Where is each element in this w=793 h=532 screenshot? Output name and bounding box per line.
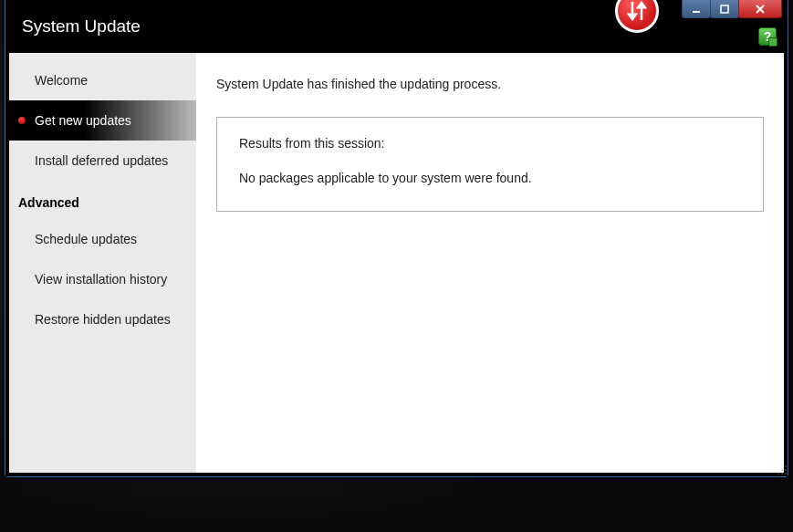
svg-rect-0 [693, 11, 700, 13]
sidebar-item-get-new-updates[interactable]: Get new updates [9, 100, 196, 141]
window-controls [683, 0, 782, 18]
results-title: Results from this session: [239, 136, 741, 151]
help-icon: ? [764, 29, 772, 44]
help-button[interactable]: ? [758, 27, 777, 46]
svg-point-2 [785, 465, 787, 467]
maximize-button[interactable] [710, 0, 739, 18]
sidebar-item-label: Get new updates [35, 113, 131, 128]
sidebar-item-label: Restore hidden updates [35, 312, 171, 327]
svg-point-6 [781, 473, 783, 475]
main-content: System Update has finished the updating … [196, 53, 784, 473]
status-message: System Update has finished the updating … [216, 77, 764, 91]
app-title: System Update [22, 16, 141, 37]
svg-rect-1 [721, 5, 728, 13]
sidebar-item-label: Schedule updates [35, 232, 137, 246]
resize-grip-icon[interactable] [775, 463, 788, 475]
sidebar-item-label: View installation history [35, 272, 167, 287]
sidebar-item-schedule-updates[interactable]: Schedule updates [9, 219, 196, 259]
results-panel: Results from this session: No packages a… [216, 117, 764, 212]
maximize-icon [719, 4, 730, 15]
close-icon [755, 4, 766, 15]
minimize-icon [691, 4, 702, 15]
sidebar-item-label: Install deferred updates [35, 153, 168, 168]
svg-point-5 [777, 473, 779, 475]
svg-point-4 [785, 469, 787, 471]
minimize-button[interactable] [682, 0, 711, 18]
svg-point-3 [781, 469, 783, 471]
sidebar-item-label: Welcome [35, 73, 88, 88]
svg-point-7 [785, 473, 787, 475]
sidebar-item-welcome[interactable]: Welcome [9, 60, 196, 100]
app-header: System Update ? [5, 0, 788, 53]
sidebar-item-install-deferred[interactable]: Install deferred updates [9, 141, 196, 181]
app-body: Welcome Get new updates Install deferred… [5, 53, 788, 476]
app-window: System Update ? Welcome Get new updates … [5, 0, 788, 477]
sidebar-item-restore-hidden[interactable]: Restore hidden updates [9, 299, 196, 339]
results-body: No packages applicable to your system we… [239, 171, 741, 185]
close-button[interactable] [738, 0, 782, 18]
sidebar-item-installation-history[interactable]: View installation history [9, 259, 196, 299]
sidebar-section-heading: Advanced [9, 181, 196, 219]
sidebar: Welcome Get new updates Install deferred… [9, 53, 196, 473]
